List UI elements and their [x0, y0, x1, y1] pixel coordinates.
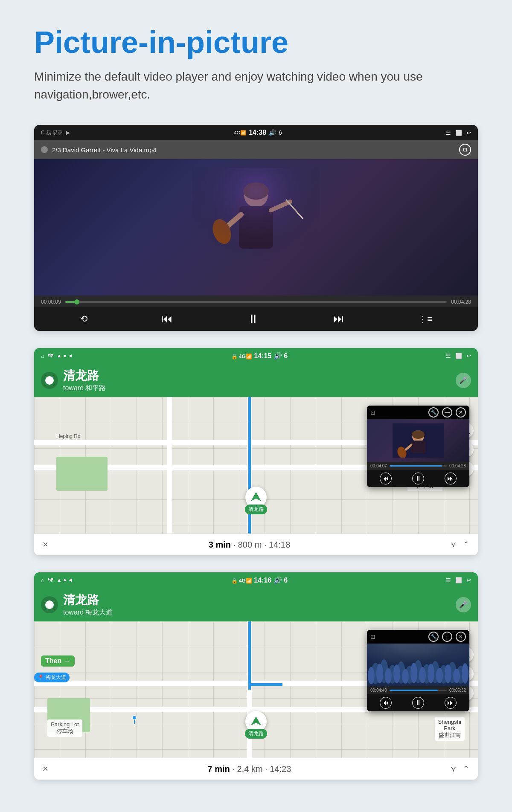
pip-video-1: [367, 419, 469, 462]
chevron-up-icon-2[interactable]: ⌃: [463, 764, 469, 774]
pip-prog-track-1[interactable]: [390, 465, 447, 467]
app-icons: C 易 易录: [41, 129, 63, 136]
pip-next-button-2[interactable]: ⏭: [445, 697, 457, 709]
page-title: Picture-in-picture: [34, 26, 478, 59]
nav-street-info-2: 清龙路 toward 梅龙大道: [63, 592, 113, 617]
pip-time-total-2: 00:05:32: [449, 688, 466, 693]
location-dot-header-2: [41, 596, 58, 613]
status-time: 14:38: [249, 129, 266, 136]
current-time: 00:00:09: [41, 299, 61, 305]
pip-action-buttons-2: 🔧 — ✕: [428, 632, 466, 642]
location-dot-header-1: [41, 372, 58, 389]
pip-next-button-1[interactable]: ⏭: [445, 473, 457, 484]
status-signal: 4G📶 14:38 🔊 6: [234, 129, 282, 136]
pip-progress-2: 00:04:40 00:05:32: [367, 686, 469, 694]
pip-prog-track-2[interactable]: [390, 690, 447, 691]
nav-map-1: Heping Rd Heping Rd Parking Lot停车场 清龙路 🔍…: [34, 397, 478, 534]
prev-button[interactable]: ⏮: [162, 312, 173, 325]
nav-street-info-1: 清龙路 toward 和平路: [63, 368, 106, 393]
chevron-up-icon-1[interactable]: ⌃: [463, 540, 469, 549]
back-icon-2: ↩: [466, 577, 471, 583]
then-label: Then →: [41, 655, 75, 667]
pip-wrench-button-2[interactable]: 🔧: [428, 632, 439, 642]
pip-wrench-button[interactable]: 🔧: [428, 407, 439, 418]
repeat-button[interactable]: ⟲: [80, 313, 87, 325]
pip-prev-button-2[interactable]: ⏮: [380, 697, 392, 709]
mic-button-1[interactable]: 🎤: [456, 373, 471, 388]
route-line-2b: [248, 683, 282, 686]
parking-label-2: Parking Lot停车场: [47, 719, 82, 737]
chevron-down-icon-1[interactable]: ⋎: [451, 540, 456, 549]
total-time: 00:04:28: [451, 299, 471, 305]
nav-icons-2: ▲ ● ◄: [57, 577, 73, 583]
page-subtitle: Minimize the default video player and en…: [34, 68, 478, 104]
road-label-meilong: 📍 梅龙大道: [34, 673, 70, 682]
pip-prog-fill-1: [390, 465, 442, 467]
pip-close-button[interactable]: ✕: [456, 407, 466, 418]
close-nav-button-2[interactable]: ×: [43, 763, 48, 774]
network-icon: 4G📶: [234, 130, 246, 136]
nav-eta-info-1: 3 min · 800 m · 14:18: [48, 540, 451, 550]
nav-status-bar-2: ⌂ 🗺 ▲ ● ◄ 🔒 4G📶 14:16 🔊 6 ☰ ⬜ ↩: [34, 572, 478, 588]
menu-icon: ☰: [446, 130, 451, 136]
video-icon: ▶: [66, 130, 70, 136]
playlist-button[interactable]: ⋮≡: [419, 314, 432, 324]
volume-num: 6: [279, 129, 282, 136]
pip-overlay-2[interactable]: ⊡ 🔧 — ✕: [367, 630, 469, 711]
video-status-bar: C 易 易录 ▶ 4G📶 14:38 🔊 6 ☰ ⬜ ↩: [34, 125, 478, 140]
nav-screenshot-1: ⌂ 🗺 ▲ ● ◄ 🔒 4G📶 14:15 🔊 6 ☰ ⬜ ↩ 清龙路 towa…: [34, 348, 478, 555]
pip-time-current-1: 00:04:07: [370, 464, 387, 468]
pip-prog-fill-2: [390, 690, 438, 691]
menu-icon-2: ☰: [446, 577, 451, 583]
pip-action-buttons: 🔧 — ✕: [428, 407, 466, 418]
video-header: 2/3 David Garrett - Viva La Vida.mp4 ⊡: [34, 140, 478, 159]
nav-action-buttons-1: ⋎ ⌃: [451, 540, 469, 549]
nav-bottom-bar-1: × 3 min · 800 m · 14:18 ⋎ ⌃: [34, 534, 478, 555]
video-controls: ⟲ ⏮ ⏸ ⏭ ⋮≡: [34, 307, 478, 331]
nav-header-1: 清龙路 toward 和平路 🎤: [34, 363, 478, 397]
back-icon-1: ↩: [466, 353, 471, 359]
svg-marker-9: [251, 492, 261, 501]
pip-prev-button-1[interactable]: ⏮: [380, 473, 392, 484]
chevron-down-icon-2[interactable]: ⋎: [451, 764, 456, 774]
pip-pause-button-1[interactable]: ⏸: [412, 473, 424, 484]
window-icon: ⬜: [455, 130, 462, 136]
pip-screen-icon-2: ⊡: [370, 633, 375, 640]
svg-rect-8: [192, 168, 320, 287]
progress-thumb: [74, 299, 79, 304]
svg-marker-16: [251, 716, 261, 725]
svg-point-12: [412, 430, 425, 439]
pip-minimize-button[interactable]: —: [442, 407, 452, 418]
next-button[interactable]: ⏭: [333, 312, 344, 325]
pip-progress-1: 00:04:07 00:04:28: [367, 462, 469, 470]
nav-action-buttons-2: ⋎ ⌃: [451, 764, 469, 774]
close-nav-button-1[interactable]: ×: [43, 539, 48, 550]
pip-close-button-2[interactable]: ✕: [456, 632, 466, 642]
road-label-heping-1: Heping Rd: [56, 433, 81, 439]
pip-buttons-1: ⏮ ⏸ ⏭: [367, 470, 469, 487]
status-left: C 易 易录 ▶: [41, 129, 70, 136]
park-block-1: [56, 457, 108, 491]
pip-minimize-button-2[interactable]: —: [442, 632, 452, 642]
window-icon-2: ⬜: [455, 577, 462, 583]
nav-screenshot-2: ⌂ 🗺 ▲ ● ◄ 🔒 4G📶 14:16 🔊 6 ☰ ⬜ ↩ 清龙路 towa…: [34, 572, 478, 780]
nav-eta-info-2: 7 min · 2.4 km · 14:23: [48, 764, 451, 774]
mic-button-2[interactable]: 🎤: [456, 597, 471, 612]
road-v-2: [167, 397, 172, 534]
window-icon-1: ⬜: [455, 353, 462, 359]
pip-overlay-1[interactable]: ⊡ 🔧 — ✕ 00:04:07: [367, 406, 469, 487]
home-icon-2: ⌂: [41, 577, 44, 583]
pip-button[interactable]: ⊡: [459, 144, 471, 156]
video-progress[interactable]: 00:00:09 00:04:28: [34, 296, 478, 307]
route-line-2a: [248, 621, 251, 690]
pause-button[interactable]: ⏸: [247, 312, 259, 326]
back-icon: ↩: [466, 130, 471, 136]
pip-pause-button-2[interactable]: ⏸: [412, 697, 424, 709]
svg-rect-13: [410, 441, 426, 453]
pip-video-2: [367, 644, 469, 686]
nav-bottom-bar-2: × 7 min · 2.4 km · 14:23 ⋎ ⌃: [34, 758, 478, 780]
track-info: 2/3 David Garrett - Viva La Vida.mp4: [52, 146, 157, 154]
progress-track[interactable]: [65, 301, 447, 303]
parking-pin-2: [132, 715, 137, 724]
pip-content-1: [393, 423, 444, 458]
